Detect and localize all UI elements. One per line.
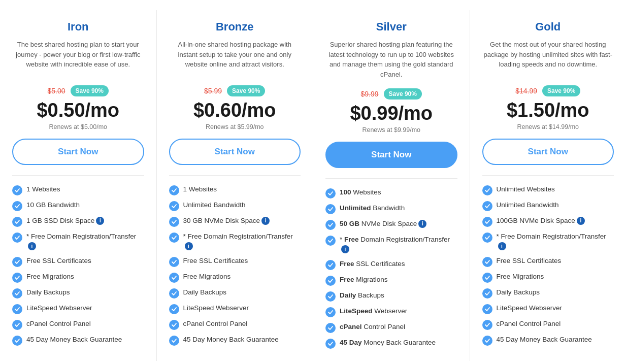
info-icon[interactable]: i xyxy=(185,242,193,250)
info-icon[interactable]: i xyxy=(96,217,104,225)
check-icon xyxy=(12,201,22,211)
pricing-row: $5.99Save 90% xyxy=(204,85,265,96)
list-item: 10 GB Bandwidth xyxy=(12,201,144,211)
renews-at: Renews at $5.99/mo xyxy=(206,123,264,130)
divider xyxy=(482,175,614,176)
plan-card-iron: IronThe best shared hosting plan to star… xyxy=(0,10,157,361)
list-item: 45 Day Money Back Guarantee xyxy=(482,335,614,346)
feature-text: 1 Websites xyxy=(183,185,217,194)
info-icon[interactable]: i xyxy=(28,242,36,250)
feature-text: cPanel Control Panel xyxy=(340,322,405,332)
feature-text: 45 Day Money Back Guarantee xyxy=(497,335,592,345)
list-item: * Free Domain Registration/Transferi xyxy=(12,232,144,251)
features-list: 100 WebsitesUnlimited Bandwidth50 GB NVM… xyxy=(325,188,457,349)
list-item: Free Migrations xyxy=(482,272,614,283)
list-item: 45 Day Money Back Guarantee xyxy=(325,338,457,349)
plan-description: Superior shared hosting plan featuring t… xyxy=(325,40,457,79)
feature-text: Free Migrations xyxy=(340,275,388,285)
feature-text: Free Migrations xyxy=(26,272,74,282)
info-icon[interactable]: i xyxy=(341,245,349,253)
feature-text: LiteSpeed Webserver xyxy=(26,304,92,313)
start-now-button[interactable]: Start Now xyxy=(325,142,457,168)
check-icon xyxy=(325,339,336,349)
plan-card-bronze: BronzeAll-in-one shared hosting package … xyxy=(157,10,314,361)
divider xyxy=(325,178,457,179)
features-list: 1 WebsitesUnlimited Bandwidth30 GB NVMe … xyxy=(169,185,301,346)
info-icon[interactable]: i xyxy=(498,242,506,250)
list-item: 50 GB NVMe Disk Spacei xyxy=(325,219,457,230)
check-icon xyxy=(12,185,22,195)
check-icon xyxy=(169,233,179,243)
check-icon xyxy=(482,257,492,267)
save-badge: Save 90% xyxy=(227,85,265,96)
original-price: $5.99 xyxy=(204,87,222,95)
check-icon xyxy=(482,233,492,243)
check-icon xyxy=(482,185,492,195)
list-item: * Free Domain Registration/Transferi xyxy=(169,232,301,251)
plan-name: Gold xyxy=(535,20,561,34)
check-icon xyxy=(169,288,179,299)
original-price: $9.99 xyxy=(361,90,379,98)
feature-text: 100GB NVMe Disk Spacei xyxy=(497,216,585,226)
feature-text: 45 Day Money Back Guarantee xyxy=(26,335,122,345)
feature-text: * Free Domain Registration/Transferi xyxy=(340,235,457,254)
list-item: 45 Day Money Back Guarantee xyxy=(12,335,144,346)
current-price: $1.50/mo xyxy=(507,100,589,121)
info-icon[interactable]: i xyxy=(418,220,426,228)
check-icon xyxy=(169,217,179,227)
current-price: $0.60/mo xyxy=(193,100,276,121)
start-now-button[interactable]: Start Now xyxy=(169,139,301,165)
feature-text: Unlimited Bandwidth xyxy=(340,204,405,213)
list-item: LiteSpeed Webserver xyxy=(12,304,144,314)
list-item: Daily Backups xyxy=(169,288,301,299)
feature-text: cPanel Control Panel xyxy=(183,319,248,329)
check-icon xyxy=(482,320,492,330)
feature-text: 45 Day Money Back Guarantee xyxy=(340,338,436,348)
check-icon xyxy=(12,233,22,243)
list-item: Unlimited Bandwidth xyxy=(325,204,457,214)
plan-name: Bronze xyxy=(216,20,254,34)
check-icon xyxy=(325,236,336,246)
list-item: Daily Backups xyxy=(482,288,614,299)
list-item: Daily Backups xyxy=(325,291,457,302)
list-item: Unlimited Websites xyxy=(482,185,614,195)
start-now-button[interactable]: Start Now xyxy=(482,139,614,165)
feature-text: Free Migrations xyxy=(183,272,231,282)
list-item: 100GB NVMe Disk Spacei xyxy=(482,216,614,227)
pricing-row: $9.99Save 90% xyxy=(361,88,422,100)
feature-text: Free SSL Certificates xyxy=(183,256,248,266)
feature-text: 1 GB SSD Disk Spacei xyxy=(26,216,104,226)
renews-at: Renews at $14.99/mo xyxy=(517,123,579,130)
check-icon xyxy=(169,336,179,346)
feature-text: Unlimited Bandwidth xyxy=(497,201,559,210)
divider xyxy=(12,175,144,176)
plan-description: All-in-one shared hosting package with i… xyxy=(169,40,301,76)
check-icon xyxy=(325,220,336,230)
list-item: 100 Websites xyxy=(325,188,457,198)
check-icon xyxy=(482,304,492,314)
list-item: Free SSL Certificates xyxy=(169,256,301,267)
start-now-button[interactable]: Start Now xyxy=(12,139,144,165)
check-icon xyxy=(169,320,179,330)
feature-text: 30 GB NVMe Disk Spacei xyxy=(183,216,270,226)
list-item: Free SSL Certificates xyxy=(325,259,457,270)
feature-text: * Free Domain Registration/Transferi xyxy=(183,232,301,251)
original-price: $14.99 xyxy=(515,87,537,95)
info-icon[interactable]: i xyxy=(577,217,585,225)
check-icon xyxy=(482,273,492,283)
save-badge: Save 90% xyxy=(71,85,109,96)
info-icon[interactable]: i xyxy=(261,217,270,225)
list-item: * Free Domain Registration/Transferi xyxy=(325,235,457,254)
check-icon xyxy=(12,288,22,299)
check-icon xyxy=(325,276,336,286)
check-icon xyxy=(169,304,179,314)
list-item: Free Migrations xyxy=(169,272,301,283)
check-icon xyxy=(325,307,336,317)
feature-text: * Free Domain Registration/Transferi xyxy=(497,232,614,251)
list-item: Unlimited Bandwidth xyxy=(482,201,614,211)
check-icon xyxy=(325,204,336,214)
list-item: 1 GB SSD Disk Spacei xyxy=(12,216,144,227)
list-item: cPanel Control Panel xyxy=(169,319,301,330)
feature-text: Free Migrations xyxy=(497,272,544,282)
feature-text: 45 Day Money Back Guarantee xyxy=(183,335,279,345)
